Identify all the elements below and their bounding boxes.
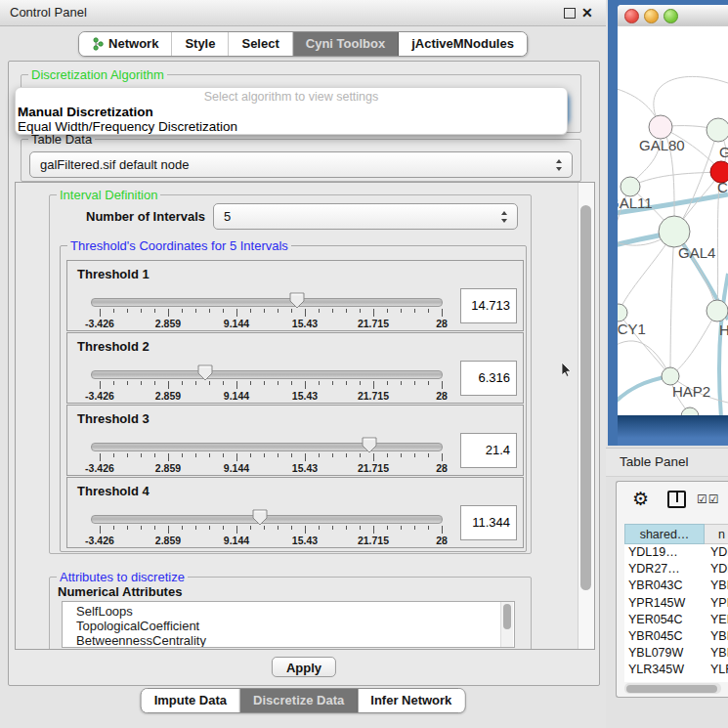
minimize-traffic-light[interactable] — [644, 9, 659, 23]
popup-hint: Select algorithm to view settings — [16, 89, 567, 105]
scrollbar-thumb[interactable] — [580, 205, 591, 590]
tab-label: Style — [185, 32, 215, 56]
table-row[interactable]: YBR043CYBR0 — [624, 578, 728, 594]
vertical-scrollbar[interactable] — [578, 183, 594, 649]
network-node[interactable] — [707, 118, 728, 142]
mac-titlebar — [618, 5, 728, 27]
cell-name: YBR0 — [710, 628, 728, 645]
mouse-cursor — [561, 362, 573, 377]
threshold-slider[interactable]: -3.4262.8599.14415.4321.71528 — [91, 507, 445, 546]
scrollbar-thumb[interactable] — [503, 604, 511, 629]
threshold-label: Threshold 2 — [77, 339, 150, 354]
bottom-tab-bar: Impute Data Discretize Data Infer Networ… — [141, 688, 466, 713]
slider-track[interactable] — [91, 443, 443, 451]
list-item[interactable]: SelfLoops — [76, 604, 133, 619]
network-node-label: C — [717, 179, 728, 195]
tab-style[interactable]: Style — [172, 32, 229, 56]
network-node-label: GAL4 — [678, 244, 715, 261]
threshold-value-field[interactable]: 14.713 — [460, 288, 517, 323]
list-item[interactable]: BetweennessCentrality — [76, 633, 206, 648]
threshold-slider[interactable]: -3.4262.8599.14415.4321.71528 — [91, 363, 445, 402]
float-window-icon[interactable] — [564, 8, 576, 19]
cyni-toolbox-panel: Discretization Algorithm Select algorith… — [8, 61, 600, 686]
network-node[interactable] — [649, 115, 672, 139]
tab-label: Cyni Toolbox — [306, 32, 385, 56]
threshold-value-field[interactable]: 21.4 — [460, 433, 517, 468]
table-row[interactable]: YDL19…YDL1 — [624, 544, 728, 561]
popup-option-manual-discretization[interactable]: Manual Discretization — [18, 105, 153, 119]
threshold-panel: Threshold 1-3.4262.8599.14415.4321.71528… — [66, 260, 524, 331]
group-title: Interval Definition — [57, 188, 160, 202]
table-panel-header: Table Panel — [606, 448, 728, 477]
tab-infer-network[interactable]: Infer Network — [358, 689, 464, 712]
slider-thumb[interactable] — [289, 292, 305, 309]
tab-label: Network — [108, 32, 158, 56]
slider-thumb[interactable] — [252, 509, 268, 526]
threshold-panel: Threshold 3-3.4262.8599.14415.4321.71528… — [66, 405, 524, 476]
list-item[interactable]: TopologicalCoefficient — [76, 619, 199, 633]
network-view-window: GAL80GACGAL11GAL4GCY1HHAP2 — [608, 0, 728, 446]
tab-discretize-data[interactable]: Discretize Data — [240, 689, 358, 712]
scrollbar-thumb[interactable] — [626, 685, 717, 693]
settings-scroll-panel: Interval Definition Number of Intervals … — [15, 182, 595, 650]
checkbox-icons[interactable]: ☑☑ — [697, 492, 720, 506]
num-intervals-combobox[interactable]: 5 — [213, 203, 518, 230]
network-node[interactable] — [659, 216, 690, 247]
table-data-combobox[interactable]: galFiltered.sif default node — [29, 151, 573, 178]
table-row[interactable]: YDR27…YDR2 — [624, 561, 728, 578]
slider-ticks — [100, 309, 443, 318]
gear-icon[interactable]: ⚙ — [632, 488, 649, 509]
slider-track[interactable] — [91, 370, 443, 379]
slider-ticks — [100, 526, 443, 535]
table-row[interactable]: YLR345WYLR3 — [624, 662, 728, 678]
close-icon[interactable]: ✕ — [581, 3, 593, 22]
tab-select[interactable]: Select — [229, 32, 292, 56]
table-row[interactable]: YBR045CYBR0 — [624, 628, 728, 645]
tab-label: jActiveMNodules — [411, 32, 514, 56]
threshold-slider[interactable]: -3.4262.8599.14415.4321.71528 — [91, 435, 445, 474]
tab-network[interactable]: Network — [79, 32, 172, 56]
table-row[interactable]: YBL079WYBL0 — [624, 645, 728, 662]
list-scrollbar[interactable] — [500, 602, 513, 647]
threshold-value-field[interactable]: 11.344 — [460, 505, 517, 540]
numerical-attributes-label: Numerical Attributes — [58, 584, 182, 599]
network-node[interactable] — [618, 304, 627, 321]
split-view-icon[interactable] — [667, 491, 686, 508]
control-panel-titlebar: Control Panel ✕ — [0, 0, 606, 26]
threshold-value-field[interactable]: 6.316 — [460, 361, 517, 396]
column-header-shared-name[interactable]: shared… — [624, 524, 705, 544]
algorithm-dropdown-popup: Select algorithm to view settings Manual… — [15, 87, 568, 135]
table-row[interactable]: YPR145WYPR1 — [624, 595, 728, 612]
threshold-label: Threshold 4 — [77, 484, 150, 498]
table-row[interactable]: YER054CYER0 — [624, 612, 728, 628]
slider-thumb[interactable] — [362, 437, 377, 453]
tab-jactivemnodules[interactable]: jActiveMNodules — [399, 32, 527, 56]
popup-option-equal-width-frequency[interactable]: Equal Width/Frequency Discretization — [18, 119, 237, 134]
network-node[interactable] — [707, 300, 728, 321]
cell-shared-name: YDR27… — [628, 561, 680, 578]
slider-tick-labels: -3.4262.8599.14415.4321.71528 — [100, 462, 443, 474]
close-traffic-light[interactable] — [624, 9, 639, 23]
slider-thumb[interactable] — [197, 364, 213, 381]
network-node[interactable] — [681, 407, 699, 415]
cell-shared-name: YBL079W — [628, 645, 683, 662]
tab-label: Discretize Data — [253, 689, 344, 712]
network-canvas[interactable]: GAL80GACGAL11GAL4GCY1HHAP2 — [618, 26, 728, 415]
horizontal-scrollbar[interactable] — [624, 683, 721, 694]
slider-track[interactable] — [91, 298, 443, 307]
threshold-label: Threshold 1 — [77, 267, 150, 281]
tab-impute-data[interactable]: Impute Data — [142, 689, 240, 712]
table-row[interactable]: YIL052CYIL0 — [624, 679, 728, 682]
spinner-arrows-icon — [556, 159, 563, 171]
cell-shared-name: YBR043C — [628, 578, 683, 594]
attributes-list[interactable]: SelfLoops TopologicalCoefficient Between… — [62, 601, 515, 648]
network-node-label: GA — [719, 144, 728, 160]
slider-ticks — [100, 381, 443, 390]
apply-button[interactable]: Apply — [272, 657, 336, 677]
tab-cyni-toolbox[interactable]: Cyni Toolbox — [293, 32, 399, 56]
zoom-traffic-light[interactable] — [664, 9, 678, 23]
threshold-slider[interactable]: -3.4262.8599.14415.4321.71528 — [91, 290, 445, 329]
column-header-name[interactable]: n — [705, 524, 728, 544]
network-node[interactable] — [621, 177, 640, 196]
spinner-arrows-icon — [501, 211, 508, 223]
